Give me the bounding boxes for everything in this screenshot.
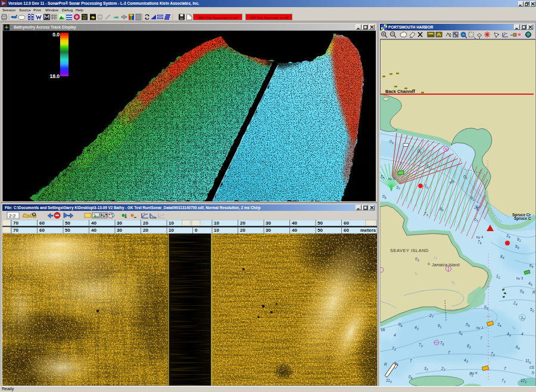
svg-text:60: 60	[39, 228, 45, 233]
svg-text:20: 20	[240, 220, 245, 226]
svg-text:10: 10	[214, 228, 219, 233]
svg-text:by 5: by 5	[388, 177, 395, 181]
svg-text:30: 30	[266, 220, 271, 226]
svg-text:7: 7	[400, 162, 402, 166]
svg-text:30: 30	[266, 228, 271, 233]
svg-text:10: 10	[169, 220, 174, 226]
svg-text:40: 40	[292, 228, 297, 233]
svg-text:50: 50	[65, 220, 70, 226]
svg-text:by J: by J	[476, 326, 483, 329]
svg-text:20: 20	[143, 220, 148, 226]
svg-text:7: 7	[504, 366, 506, 371]
svg-text:R: R	[384, 362, 387, 366]
svg-text:Back Channel: Back Channel	[385, 89, 415, 94]
svg-text:20: 20	[143, 228, 148, 233]
svg-text:7: 7	[448, 350, 450, 354]
svg-text:60: 60	[344, 228, 349, 233]
svg-text:7: 7	[410, 359, 412, 363]
svg-text:h: h	[532, 371, 534, 375]
svg-text:by 3: by 3	[516, 276, 523, 280]
svg-text:R: R	[532, 290, 535, 294]
svg-text:60: 60	[344, 220, 349, 226]
svg-text:10: 10	[214, 220, 219, 226]
svg-text:60: 60	[39, 220, 45, 226]
svg-text:Spruce C: Spruce C	[514, 216, 531, 221]
svg-text:70: 70	[13, 220, 18, 226]
svg-text:40: 40	[91, 220, 96, 226]
svg-text:4: 4	[394, 333, 396, 337]
svg-text:50: 50	[65, 228, 70, 233]
svg-text:30: 30	[117, 220, 122, 226]
svg-text:70: 70	[13, 228, 18, 233]
svg-text:10: 10	[169, 228, 174, 233]
svg-text:50: 50	[317, 220, 323, 226]
svg-text:0: 0	[195, 228, 198, 233]
svg-text:40: 40	[292, 220, 297, 226]
svg-text:18.0: 18.0	[49, 73, 60, 79]
svg-text:Vk: Vk	[381, 328, 385, 332]
svg-text:cS: cS	[529, 365, 534, 369]
svg-text:2:2: 2:2	[9, 213, 16, 219]
svg-text:SEAVEY ISLAND: SEAVEY ISLAND	[390, 248, 429, 253]
svg-text:4: 4	[521, 332, 523, 336]
svg-text:meters: meters	[360, 228, 376, 233]
svg-text:Jamaica Island: Jamaica Island	[432, 263, 460, 267]
svg-text:30: 30	[117, 228, 122, 233]
svg-text:40: 40	[91, 228, 96, 233]
svg-text:by 4: by 4	[476, 235, 484, 239]
svg-text:7: 7	[480, 336, 482, 340]
svg-text:50: 50	[317, 228, 323, 233]
svg-text:0.0: 0.0	[52, 32, 60, 38]
svg-text:20: 20	[240, 228, 245, 233]
